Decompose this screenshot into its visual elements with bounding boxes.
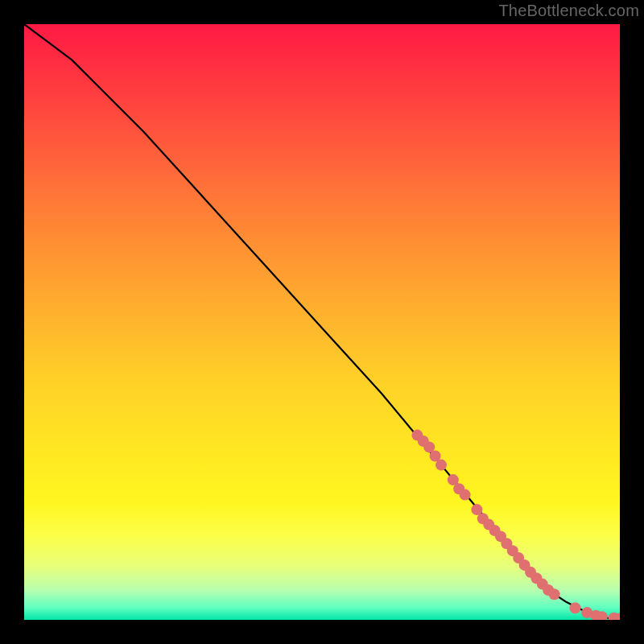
bottleneck-curve <box>24 24 620 619</box>
plot-area <box>24 24 620 620</box>
highlighted-marker-group <box>411 430 620 620</box>
curve-marker <box>460 489 471 501</box>
chart-stage: TheBottleneck.com <box>0 0 644 644</box>
watermark-text: TheBottleneck.com <box>498 2 639 20</box>
curve-marker <box>549 588 560 600</box>
curve-marker <box>436 460 447 471</box>
chart-overlay-svg <box>24 24 620 620</box>
curve-marker <box>570 602 581 613</box>
